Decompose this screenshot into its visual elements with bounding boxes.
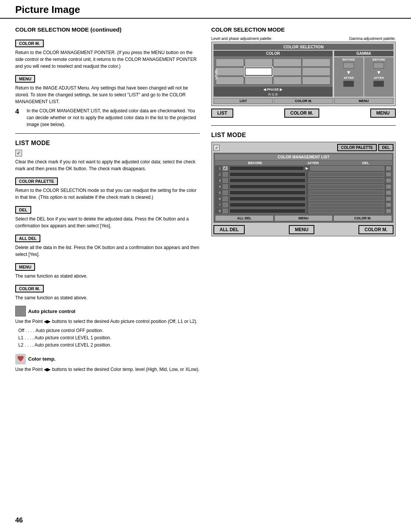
- list-num-7: 7: [215, 203, 222, 207]
- before-swatch: [343, 62, 354, 69]
- auto-off: Off . . . . Auto picture control OFF pos…: [18, 327, 200, 334]
- del-badge-right[interactable]: DEL: [378, 144, 393, 151]
- gamma-title: GAMMA: [334, 51, 393, 56]
- list-btn-all-del[interactable]: ALL DEL: [215, 215, 274, 221]
- before-label-color: BEFORE: [342, 58, 355, 61]
- auto-picture-text: Use the Point ◀▶ buttons to select the d…: [15, 318, 200, 325]
- color-m-badge[interactable]: COLOR M.: [15, 40, 44, 47]
- grid-cell-10: [245, 77, 273, 85]
- diag-btn-list[interactable]: LIST: [213, 98, 273, 104]
- grid-cell-2: [245, 59, 273, 67]
- left-column: COLOR SELECTION MODE (continued) COLOR M…: [15, 26, 200, 375]
- list-check-6[interactable]: [223, 197, 228, 201]
- list-del-7[interactable]: [386, 203, 391, 207]
- auto-picture-label: Auto picture control: [28, 308, 75, 314]
- col-before: BEFORE: [229, 161, 281, 165]
- list-row: 6: [215, 196, 392, 202]
- list-del-1[interactable]: [386, 166, 391, 171]
- list-row: 2: [215, 171, 392, 177]
- left-section-title: COLOR SELECTION MODE (continued): [15, 26, 200, 33]
- color-before-after: BEFORE ▼ AFTER: [334, 57, 363, 97]
- big-btn-color-m2[interactable]: COLOR M.: [358, 225, 393, 234]
- list-check-8[interactable]: [223, 209, 228, 213]
- phase-row: ◀ PHASE ▶: [213, 87, 333, 92]
- menu2-text: The same function as stated above.: [15, 273, 200, 280]
- color-temp-text: Use the Point ◀▶ buttons to select the d…: [15, 366, 200, 373]
- list-table-body: 1 ✓ ▶ 2: [215, 165, 392, 214]
- big-btn-all-del[interactable]: ALL DEL: [213, 225, 245, 234]
- color-palette-text: Return to the COLOR SELECTION mode so th…: [15, 187, 200, 201]
- auto-picture-row: Auto picture control: [15, 306, 200, 316]
- big-btn-menu2[interactable]: MENU: [289, 225, 314, 234]
- divider-right: [211, 125, 396, 126]
- list-del-5[interactable]: [386, 190, 391, 195]
- grid-cell-4: [302, 59, 330, 67]
- diag-btn-menu[interactable]: MENU: [334, 98, 393, 104]
- list-big-btn-row: ALL DEL MENU COLOR M.: [213, 225, 393, 234]
- list-check-2[interactable]: [223, 172, 228, 177]
- color-palette-badge-left[interactable]: COLOR PALETTE: [15, 177, 58, 185]
- spacer: [221, 144, 336, 151]
- diag-btn-color-m[interactable]: COLOR M.: [274, 98, 333, 104]
- list-before-5: [229, 190, 306, 195]
- diagram-inner-title: COLOR SELECTION: [213, 44, 393, 50]
- grid-cell-5: [216, 67, 244, 75]
- list-del-4[interactable]: [386, 184, 391, 189]
- list-top-btn-row: ✓ COLOR PALETTE DEL: [213, 144, 393, 151]
- grid-cell-9: [216, 77, 244, 85]
- list-num-5: 5: [215, 191, 222, 195]
- list-check-7[interactable]: [223, 203, 228, 207]
- label-left: Level and phase adjustment palette.: [211, 37, 272, 41]
- list-table-title: COLOR MANAGEMENT LIST: [215, 154, 392, 160]
- list-mode-title-right: LIST MODE: [211, 132, 396, 139]
- all-del-badge[interactable]: ALL DEL: [15, 235, 40, 242]
- list-check-5[interactable]: [223, 190, 228, 195]
- color-m-text: Return to the COLOR MANAGEMENT POINTER. …: [15, 49, 200, 70]
- list-num-8: 8: [215, 209, 222, 213]
- color-temp-row: Color temp.: [15, 354, 200, 364]
- menu2-badge[interactable]: MENU: [15, 263, 35, 271]
- grid-cell-selected: [245, 67, 273, 75]
- grid-cell-8: [302, 67, 330, 75]
- list-after-7: [309, 203, 385, 207]
- gamma-after-swatch: [373, 81, 384, 87]
- list-num-3: 3: [215, 179, 222, 182]
- grid-cell-11: [273, 77, 301, 85]
- grid-cell-12: [302, 77, 330, 85]
- color-palette-badge-right[interactable]: COLOR PALETTE: [337, 144, 377, 151]
- list-btn-color-m[interactable]: COLOR M.: [333, 215, 392, 221]
- list-del-2[interactable]: [386, 172, 391, 177]
- big-btn-color-m[interactable]: COLOR M.: [284, 109, 319, 118]
- list-del-3[interactable]: [386, 178, 391, 183]
- list-table-header: BEFORE AFTER DEL: [215, 161, 392, 165]
- menu-badge[interactable]: MENU: [15, 75, 35, 83]
- list-before-2: [229, 172, 306, 177]
- list-row: 5: [215, 190, 392, 196]
- after-label-color: AFTER: [344, 76, 354, 80]
- del-badge[interactable]: DEL: [15, 206, 31, 214]
- color-temp-icon: [15, 354, 26, 364]
- big-btn-list[interactable]: LIST: [211, 109, 233, 118]
- check-area: ✓: [213, 144, 220, 151]
- after-label-gamma: AFTER: [374, 76, 384, 80]
- grid-cell-7: [273, 67, 301, 75]
- list-del-8[interactable]: [386, 209, 391, 213]
- list-num-1: 1: [215, 166, 222, 170]
- list-after-5: [309, 190, 385, 195]
- list-check-1[interactable]: ✓: [223, 166, 228, 171]
- list-check-4[interactable]: [223, 184, 228, 189]
- list-diagram-box: ✓ COLOR PALETTE DEL COLOR MANAGEMENT LIS…: [211, 142, 396, 236]
- list-del-6[interactable]: [386, 197, 391, 201]
- color-m2-badge[interactable]: COLOR M.: [15, 285, 44, 292]
- right-section-title: COLOR SELECTION MODE: [211, 26, 396, 33]
- before-after-area: BEFORE ▼ AFTER BEFORE ▼: [334, 57, 393, 97]
- page-footer: 46: [15, 516, 23, 524]
- all-del-text: Delete all the data in the list. Press t…: [15, 244, 200, 258]
- list-check-3[interactable]: [223, 178, 228, 183]
- big-btn-menu[interactable]: MENU: [370, 109, 396, 118]
- list-btn-menu[interactable]: MENU: [274, 215, 333, 221]
- list-after-4: [309, 184, 385, 189]
- auto-l2: L2 . . . . Auto picture control LEVEL 2 …: [18, 342, 200, 349]
- before-label-gamma: BEFORE: [373, 58, 385, 61]
- list-num-2: 2: [215, 173, 222, 176]
